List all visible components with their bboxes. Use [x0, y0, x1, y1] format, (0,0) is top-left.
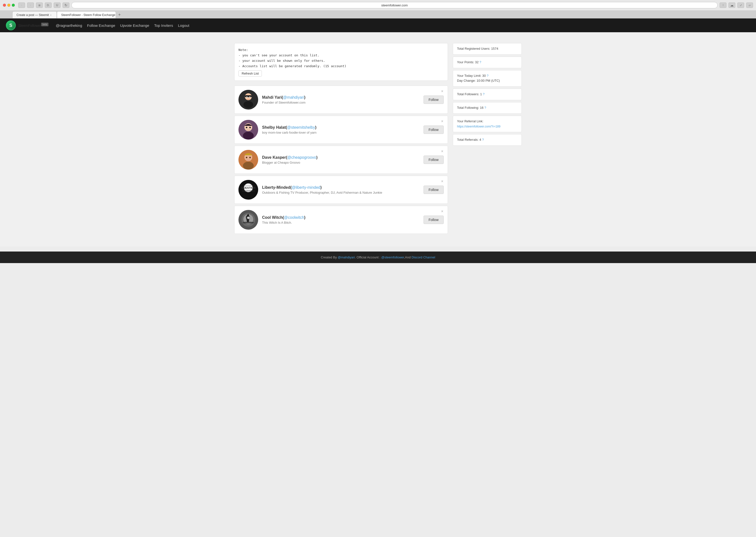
- left-column: Note: - you can't see your account on th…: [234, 43, 448, 236]
- footer-discord[interactable]: Discord Channel: [412, 256, 435, 259]
- bookmark-button[interactable]: D.: [45, 2, 52, 8]
- nav-username[interactable]: @ragnartheking: [56, 22, 82, 28]
- avatar-user3: [238, 150, 258, 170]
- user-bio-3: Blogger at Cheapo Groovo: [262, 161, 419, 164]
- tab-steemfollower[interactable]: SteemFollower - Steem Follow Exchange ×: [57, 11, 116, 18]
- footer-middle: . Official Account :: [355, 256, 381, 259]
- stat-today-limit: Your Today Limit: 30 ? Day Change: 10:00…: [453, 70, 522, 87]
- note-line-3: - Accounts list will be generated random…: [238, 63, 444, 69]
- follow-button-user4[interactable]: Follow: [423, 186, 444, 194]
- svg-point-11: [246, 127, 247, 128]
- browser-toolbar: ‹ › ⊞ D. U ↻ steemfollower.com ↑ ☁ ⤢ ▱: [0, 0, 756, 10]
- user-handle-1[interactable]: @mahdiyari: [283, 95, 304, 100]
- reload-button[interactable]: ↻: [62, 2, 69, 8]
- avatar-user4: QUESTION THE ANSWER: [238, 180, 258, 200]
- traffic-lights: [3, 4, 15, 7]
- tab-steemfollower-close[interactable]: ×: [115, 13, 116, 17]
- tab-steemit[interactable]: Create a post — Steemit ×: [12, 11, 57, 18]
- total-following-help[interactable]: ?: [484, 106, 486, 109]
- total-followers-label: Total Followers: 1: [457, 92, 482, 96]
- user-info-4: Liberty-Minded(@liberty-minded) Outdoors…: [262, 185, 419, 194]
- close-window-button[interactable]: [3, 4, 6, 7]
- user-handle-4[interactable]: @liberty-minded: [292, 185, 320, 189]
- follow-button-user2[interactable]: Follow: [423, 126, 444, 134]
- avatar-user2: [238, 120, 258, 140]
- user-bio-5: This Witch Is A Bitch.: [262, 221, 419, 225]
- total-following-label: Total Following: 16: [457, 106, 484, 109]
- user-handle-3[interactable]: @cheapogroovo: [287, 155, 316, 159]
- stat-your-points: Your Points: 32 ?: [453, 57, 522, 68]
- back-button[interactable]: ‹: [18, 2, 25, 8]
- avatar-user1: [238, 90, 258, 109]
- main-content: Note: - you can't see your account on th…: [230, 37, 526, 242]
- dismiss-button-user4[interactable]: ×: [440, 179, 445, 184]
- total-referrals-label: Total Referrals: 4: [457, 138, 481, 142]
- user-handle-5[interactable]: @coolwitch: [284, 215, 304, 220]
- user-info-3: Dave Kasper(@cheapogroovo) Blogger at Ch…: [262, 155, 419, 164]
- nav-logout[interactable]: Logout: [178, 22, 189, 28]
- browser-tabs: Create a post — Steemit × SteemFollower …: [0, 10, 756, 18]
- stat-referral: Your Referral Link: https://steemfollowe…: [453, 116, 522, 132]
- user-card-2: Shelby Halat(@steemitshelby) boy mom-low…: [234, 116, 448, 144]
- day-change-label: Day Change: 10:00 PM (UTC): [457, 79, 500, 82]
- follow-button-user5[interactable]: Follow: [423, 216, 444, 224]
- brand-logo-letter: S: [9, 23, 12, 28]
- maximize-window-button[interactable]: [12, 4, 15, 7]
- follow-button-user3[interactable]: Follow: [423, 155, 444, 164]
- forward-button[interactable]: ›: [27, 2, 34, 8]
- svg-rect-3: [245, 95, 252, 97]
- stat-total-following: Total Following: 16 ?: [453, 102, 522, 114]
- dismiss-button-user3[interactable]: ×: [440, 149, 445, 154]
- avatar-user2-img: [238, 120, 258, 140]
- dismiss-button-user5[interactable]: ×: [440, 209, 445, 214]
- total-followers-help[interactable]: ?: [483, 92, 485, 96]
- avatar-user5-img: [238, 210, 258, 229]
- fullscreen-button[interactable]: ⤢: [737, 2, 744, 8]
- browser-chrome: ‹ › ⊞ D. U ↻ steemfollower.com ↑ ☁ ⤢ ▱ C…: [0, 0, 756, 19]
- user-name-1: Mahdi Yari(@mahdiyari): [262, 95, 419, 100]
- referral-url[interactable]: https://steemfollower.com/?r=189: [457, 125, 500, 128]
- nav-links: @ragnartheking Follow Exchange Upvote Ex…: [56, 22, 189, 28]
- user-bio-4: Outdoors & Fishing TV Producer, Photogra…: [262, 191, 419, 194]
- footer-prefix: Created By: [321, 256, 338, 259]
- address-bar[interactable]: steemfollower.com: [71, 2, 718, 8]
- stat-total-users: Total Registered Users: 1574: [453, 43, 522, 55]
- avatar-user4-img: QUESTION THE ANSWER: [238, 180, 258, 200]
- user-handle-2[interactable]: @steemitshelby: [287, 125, 315, 129]
- total-users-label: Total Registered Users: 1574: [457, 47, 498, 51]
- user-card-4: QUESTION THE ANSWER Liberty-Minded(@libe…: [234, 176, 448, 204]
- nav-follow-exchange[interactable]: Follow Exchange: [87, 22, 115, 28]
- new-tab-button[interactable]: +: [116, 11, 123, 18]
- split-button[interactable]: ▱: [746, 2, 753, 8]
- brand: S SteemFollowerbeta: [6, 21, 49, 30]
- tab-grid-button[interactable]: ⊞: [36, 2, 43, 8]
- svg-point-10: [243, 132, 254, 140]
- dismiss-button-user1[interactable]: ×: [440, 89, 445, 94]
- app-navbar: S SteemFollowerbeta @ragnartheking Follo…: [0, 19, 756, 32]
- total-referrals-help[interactable]: ?: [482, 138, 484, 142]
- svg-point-17: [249, 157, 251, 158]
- refresh-list-button[interactable]: Refresh List: [238, 70, 262, 76]
- user-info-5: Cool Witch(@coolwitch) This Witch Is A B…: [262, 215, 419, 225]
- user-info-1: Mahdi Yari(@mahdiyari) Founder of Steemf…: [262, 95, 419, 104]
- note-line-0: Note:: [238, 47, 444, 53]
- follow-button-user1[interactable]: Follow: [423, 96, 444, 104]
- footer-creator[interactable]: @mahdiyari: [338, 256, 355, 259]
- user-name-5: Cool Witch(@coolwitch): [262, 215, 419, 220]
- minimize-window-button[interactable]: [7, 4, 10, 7]
- dismiss-button-user2[interactable]: ×: [440, 119, 445, 124]
- user-name-3: Dave Kasper(@cheapogroovo): [262, 155, 419, 160]
- nav-top-inviters[interactable]: Top Inviters: [154, 22, 173, 28]
- share-button[interactable]: ↑: [720, 2, 727, 8]
- your-points-help[interactable]: ?: [479, 60, 481, 64]
- stat-total-followers: Total Followers: 1 ?: [453, 89, 522, 100]
- today-limit-help[interactable]: ?: [487, 74, 489, 77]
- referral-label: Your Referral Link:: [457, 119, 483, 123]
- extensions-button[interactable]: U: [54, 2, 60, 8]
- svg-point-12: [249, 127, 251, 128]
- cloud-button[interactable]: ☁: [729, 2, 735, 8]
- footer-official[interactable]: @steemfollower: [381, 256, 404, 259]
- nav-upvote-exchange[interactable]: Upvote Exchange: [120, 22, 149, 28]
- tab-steemit-close[interactable]: ×: [49, 13, 53, 17]
- svg-point-15: [243, 162, 254, 170]
